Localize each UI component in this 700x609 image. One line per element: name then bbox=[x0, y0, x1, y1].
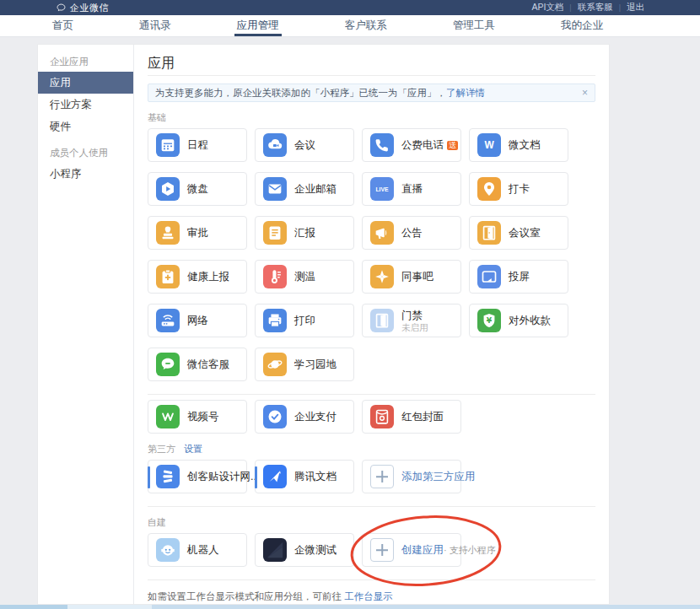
calendar-icon bbox=[156, 133, 180, 157]
app-card-chat-bubble[interactable]: 微信客服 bbox=[148, 348, 247, 381]
sidebar-item[interactable]: 小程序 bbox=[38, 163, 133, 185]
app-name: 微信客服 bbox=[187, 358, 229, 370]
bottom-edge-strip bbox=[0, 605, 700, 609]
app-name: 学习园地 bbox=[294, 358, 337, 370]
app-card-planet[interactable]: 学习园地 bbox=[255, 348, 354, 381]
section-label: 基础 bbox=[148, 111, 166, 123]
megaphone-icon bbox=[370, 221, 394, 245]
report-icon bbox=[263, 221, 287, 245]
app-card-robot[interactable]: 机器人 bbox=[148, 533, 247, 567]
notice-banner: 为支持更多能力，原企业关联添加的「小程序」已统一为「应用」， 了解详情 × bbox=[148, 84, 595, 102]
thermometer-icon bbox=[263, 265, 287, 288]
app-name: 汇报 bbox=[294, 227, 315, 239]
card-sublabel: · 支持小程序 bbox=[444, 544, 496, 556]
door-faded-icon bbox=[370, 309, 394, 332]
app-card-yuan-shield[interactable]: ¥对外收款 bbox=[469, 304, 568, 337]
nav-tab-0[interactable]: 首页 bbox=[52, 15, 73, 36]
sidebar: 企业应用应用行业方案硬件成员个人使用小程序 bbox=[38, 45, 134, 604]
chat-bubble-icon bbox=[156, 353, 180, 376]
app-card-thermometer[interactable]: 测温 bbox=[255, 260, 354, 294]
app-card-design[interactable]: 创客贴设计网... bbox=[148, 460, 247, 493]
app-card-megaphone[interactable]: 公告 bbox=[362, 216, 461, 250]
pay-check-icon bbox=[263, 405, 287, 428]
app-card-dark-test[interactable]: 企微测试 bbox=[255, 533, 354, 567]
planet-icon bbox=[263, 353, 287, 376]
app-card-door-faded[interactable]: 门禁未启用 bbox=[362, 304, 461, 337]
app-name: 打印 bbox=[294, 315, 315, 326]
add-third-party-card[interactable]: 添加第三方应用 bbox=[362, 460, 461, 493]
footer-hint: 如需设置工作台显示模式和应用分组，可前往 工作台显示 bbox=[148, 590, 595, 603]
app-card-live[interactable]: LIVE直播 bbox=[362, 172, 461, 206]
workbench-display-link[interactable]: 工作台显示 bbox=[344, 591, 393, 601]
app-name: 微盘 bbox=[187, 183, 208, 195]
sidebar-group-header: 成员个人使用 bbox=[38, 143, 133, 163]
app-name: 打卡 bbox=[509, 183, 530, 195]
app-name: 门禁 bbox=[401, 310, 423, 321]
app-card-door[interactable]: 会议室 bbox=[469, 216, 568, 250]
clipboard-icon bbox=[156, 265, 180, 288]
app-card-meeting[interactable]: 会议 bbox=[255, 128, 354, 162]
app-card-report[interactable]: 汇报 bbox=[255, 216, 354, 250]
app-card-mail[interactable]: 企业邮箱 bbox=[255, 172, 354, 206]
notice-learn-more-link[interactable]: 了解详情 bbox=[446, 87, 485, 100]
app-card-phone[interactable]: 公费电话送 bbox=[362, 128, 461, 162]
sidebar-item[interactable]: 应用 bbox=[38, 72, 133, 94]
bottom-edge-segment bbox=[0, 605, 67, 609]
app-card-stamp[interactable]: 审批 bbox=[148, 216, 247, 250]
toplink-1[interactable]: 联系客服 bbox=[578, 2, 613, 13]
compass-icon bbox=[370, 265, 394, 288]
svg-text:LIVE: LIVE bbox=[375, 186, 389, 192]
nav-tab-5[interactable]: 我的企业 bbox=[561, 15, 603, 36]
app-card-pin[interactable]: 打卡 bbox=[469, 172, 568, 206]
footer-text: 如需设置工作台显示模式和应用分组，可前往 bbox=[148, 591, 344, 601]
app-name: 直播 bbox=[401, 183, 423, 195]
section-divider bbox=[148, 394, 595, 395]
cast-icon bbox=[477, 265, 501, 288]
page-title: 应用 bbox=[148, 55, 595, 72]
drive-icon bbox=[156, 177, 180, 201]
nav-tab-4[interactable]: 管理工具 bbox=[453, 15, 495, 36]
app-name: 企业支付 bbox=[294, 411, 337, 423]
nav-tab-1[interactable]: 通讯录 bbox=[139, 15, 171, 36]
create-app-card[interactable]: 创建应用 · 支持小程序 bbox=[362, 533, 461, 567]
app-card-calendar[interactable]: 日程 bbox=[148, 128, 247, 162]
app-card-channels[interactable]: 视频号 bbox=[148, 400, 247, 434]
app-card-clipboard[interactable]: 健康上报 bbox=[148, 260, 247, 294]
section-divider bbox=[148, 579, 595, 580]
section-settings-link[interactable]: 设置 bbox=[184, 443, 202, 455]
notice-close-icon[interactable]: × bbox=[582, 88, 588, 98]
svg-text:¥: ¥ bbox=[487, 315, 493, 325]
app-card-docs-arrow[interactable]: 腾讯文档 bbox=[255, 460, 354, 493]
app-card-cast[interactable]: 投屏 bbox=[469, 260, 568, 294]
app-card-letter-w[interactable]: W微文档 bbox=[469, 128, 568, 162]
third-party-accent-bar bbox=[148, 466, 150, 488]
app-card-pay-check[interactable]: 企业支付 bbox=[255, 400, 354, 434]
bottom-edge-segment bbox=[67, 605, 152, 609]
main-nav: 首页通讯录应用管理客户联系管理工具我的企业 bbox=[0, 15, 700, 37]
design-icon bbox=[156, 465, 180, 488]
notice-text: 为支持更多能力，原企业关联添加的「小程序」已统一为「应用」， bbox=[155, 87, 446, 100]
toplink-2[interactable]: 退出 bbox=[627, 2, 644, 13]
plus-icon bbox=[370, 538, 394, 562]
app-name: 会议 bbox=[294, 139, 315, 151]
app-card-red-packet[interactable]: 红包封面 bbox=[362, 400, 461, 434]
mail-icon bbox=[263, 177, 287, 201]
nav-tab-2[interactable]: 应用管理 bbox=[237, 15, 279, 36]
nav-tab-3[interactable]: 客户联系 bbox=[345, 15, 387, 36]
app-name: 会议室 bbox=[509, 227, 541, 239]
toplink-0[interactable]: API文档 bbox=[531, 2, 563, 13]
app-card-compass[interactable]: 同事吧 bbox=[362, 260, 461, 294]
sidebar-item[interactable]: 硬件 bbox=[38, 116, 133, 137]
app-name: 视频号 bbox=[187, 411, 219, 423]
app-name: 机器人 bbox=[187, 544, 219, 556]
app-card-router[interactable]: 网络 bbox=[148, 304, 247, 337]
app-card-drive[interactable]: 微盘 bbox=[148, 172, 247, 206]
printer-icon bbox=[263, 309, 287, 332]
sidebar-item[interactable]: 行业方案 bbox=[38, 94, 133, 116]
app-card-printer[interactable]: 打印 bbox=[255, 304, 354, 337]
app-name: 对外收款 bbox=[509, 315, 551, 326]
dark-test-icon bbox=[263, 538, 287, 562]
section-label: 自建 bbox=[148, 516, 166, 528]
promo-badge: 送 bbox=[447, 141, 458, 150]
third-party-accent-bar bbox=[255, 466, 257, 488]
